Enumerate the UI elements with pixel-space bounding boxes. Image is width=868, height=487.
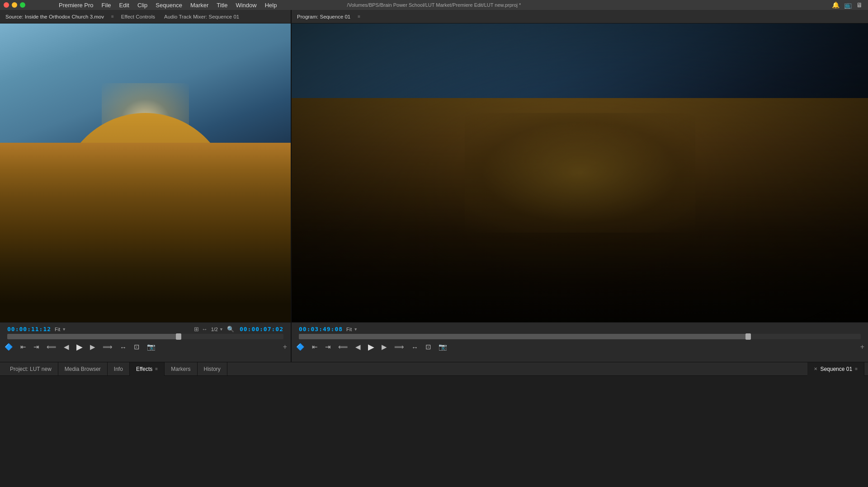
tab-media-browser[interactable]: Media Browser	[58, 362, 108, 376]
tab-project[interactable]: Project: LUT new	[4, 362, 58, 376]
camera-icon[interactable]: 📷	[146, 342, 156, 352]
sequence-01-label: Sequence 01	[820, 366, 852, 372]
add-marker-icon[interactable]: 🔷	[4, 342, 14, 352]
screen-icon[interactable]: 📺	[844, 1, 852, 9]
notification-icon[interactable]: 🔔	[832, 1, 840, 9]
display-icon[interactable]: 🖥	[856, 1, 863, 9]
program-video-canvas	[292, 23, 868, 322]
menu-file[interactable]: File	[98, 2, 115, 9]
source-timecode-row: 00:00:11:12 Fit ▼ ⊞ ↔ 1/2 ▼ 🔍 00:00:07:0…	[4, 324, 287, 334]
sequence-01-tab[interactable]: ✕ Sequence 01 ≡	[807, 362, 864, 376]
loop-icon[interactable]: ↔	[119, 342, 127, 352]
source-video-area	[0, 23, 291, 322]
insert-icon[interactable]: ↔	[202, 326, 208, 332]
monitors-row: Source: Inside the Orthodox Church 3.mov…	[0, 10, 868, 362]
add-controls-icon[interactable]: +	[283, 343, 287, 351]
tab-effects-label: Effects	[136, 366, 152, 372]
resolution-arrow-icon: ▼	[219, 327, 223, 332]
sequence-tab-close-icon[interactable]: ✕	[814, 366, 817, 371]
program-add-controls-icon[interactable]: +	[860, 343, 864, 351]
program-go-to-out-icon[interactable]: ⇥	[324, 342, 332, 352]
tab-info-label: Info	[114, 366, 123, 372]
effect-controls-tab[interactable]: Effect Controls	[119, 13, 157, 20]
system-icons: 🔔 📺 🖥	[832, 1, 863, 9]
menu-bar: Premiere Pro File Edit Clip Sequence Mar…	[55, 2, 280, 9]
church-interior-source	[0, 23, 291, 322]
program-fit-arrow-icon: ▼	[354, 327, 358, 332]
menu-help[interactable]: Help	[261, 2, 281, 9]
program-tab[interactable]: Program: Sequence 01	[295, 13, 352, 20]
program-go-to-in-icon[interactable]: ⇤	[311, 342, 319, 352]
tab-effects[interactable]: Effects ≡	[130, 362, 165, 376]
tab-history[interactable]: History	[198, 362, 227, 376]
menu-window[interactable]: Window	[232, 2, 260, 9]
minimize-button[interactable]	[12, 2, 17, 8]
source-scrubber[interactable]	[7, 334, 283, 339]
magnify-icon[interactable]: 🔍	[227, 326, 234, 332]
resolution-select[interactable]: 1/2 ▼	[211, 327, 223, 332]
program-transport-controls: 🔷 ⇤ ⇥ ⟸ ◀ ▶ ▶ ⟹ ↔ ⊡ 📷 +	[295, 339, 864, 355]
step-fwd-frame-icon[interactable]: ▶	[89, 342, 96, 352]
source-tab-menu[interactable]: ≡	[111, 14, 114, 19]
program-fit-dropdown[interactable]: Fit ▼	[346, 327, 358, 332]
go-to-out-icon[interactable]: ⇥	[33, 342, 40, 352]
program-insert-icon[interactable]: ⊡	[425, 342, 432, 352]
menu-premiere[interactable]: Premiere Pro	[55, 2, 97, 9]
program-monitor-header: Program: Sequence 01 ≡	[292, 10, 868, 23]
window-title: /Volumes/BPS/Brain Power School/LUT Mark…	[347, 2, 521, 8]
program-monitor: Program: Sequence 01 ≡ 00:03:49	[292, 10, 868, 362]
close-button[interactable]	[4, 2, 9, 8]
sequence-tabs-container: ✕ Sequence 01 ≡	[806, 362, 864, 376]
program-scrubber[interactable]	[299, 334, 861, 339]
go-to-in-icon[interactable]: ⇤	[19, 342, 27, 352]
tab-markers-label: Markers	[171, 366, 190, 372]
source-timecode: 00:00:11:12	[7, 326, 51, 332]
program-add-marker-icon[interactable]: 🔷	[295, 342, 306, 352]
program-timecode-row: 00:03:49:08 Fit ▼	[295, 324, 864, 334]
program-tab-menu[interactable]: ≡	[358, 14, 360, 19]
menu-marker[interactable]: Marker	[187, 2, 212, 9]
source-scrubber-head	[176, 333, 181, 340]
tab-project-label: Project: LUT new	[10, 366, 52, 372]
church-interior-program	[292, 23, 868, 322]
export-frame-icon[interactable]: ⊞	[194, 326, 199, 332]
bottom-content-area	[0, 376, 868, 487]
tab-info[interactable]: Info	[108, 362, 130, 376]
program-camera-icon[interactable]: 📷	[438, 342, 448, 352]
program-step-back-icon[interactable]: ⟸	[337, 342, 349, 352]
menu-clip[interactable]: Clip	[134, 2, 151, 9]
program-timecode: 00:03:49:08	[299, 326, 343, 332]
tab-media-browser-label: Media Browser	[65, 366, 101, 372]
program-controls: 00:03:49:08 Fit ▼ 🔷 ⇤ ⇥ ⟸ ◀ ▶	[292, 322, 868, 362]
program-step-fwd-icon[interactable]: ⟹	[393, 342, 405, 352]
step-fwd-icon[interactable]: ⟹	[102, 342, 113, 352]
program-scrubber-head	[745, 333, 751, 340]
play-program-button[interactable]: ▶	[367, 341, 375, 353]
insert-overwrite-icon[interactable]: ⊡	[133, 342, 141, 352]
program-step-fwd-frame-icon[interactable]: ▶	[381, 342, 388, 352]
fit-arrow-icon: ▼	[62, 327, 66, 332]
play-source-button[interactable]: ▶	[75, 341, 84, 353]
effects-tab-menu-icon[interactable]: ≡	[155, 366, 158, 371]
tab-markers[interactable]: Markers	[165, 362, 197, 376]
source-monitor-header: Source: Inside the Orthodox Church 3.mov…	[0, 10, 291, 23]
bottom-tabs: Project: LUT new Media Browser Info Effe…	[0, 362, 868, 376]
menu-sequence[interactable]: Sequence	[152, 2, 186, 9]
menu-edit[interactable]: Edit	[116, 2, 133, 9]
source-duration: 00:00:07:02	[240, 326, 283, 332]
program-loop-icon[interactable]: ↔	[410, 342, 419, 352]
step-back-icon[interactable]: ⟸	[46, 342, 57, 352]
source-tab[interactable]: Source: Inside the Orthodox Church 3.mov	[4, 13, 106, 20]
program-video-area	[292, 23, 868, 322]
program-step-back-frame-icon[interactable]: ◀	[354, 342, 362, 352]
menu-title[interactable]: Title	[213, 2, 231, 9]
source-fit-dropdown[interactable]: Fit ▼	[55, 327, 66, 332]
program-scrubber-fill	[299, 334, 748, 339]
source-scrubber-fill	[7, 334, 179, 339]
bottom-panel: Project: LUT new Media Browser Info Effe…	[0, 362, 868, 487]
step-back-frame-icon[interactable]: ◀	[63, 342, 70, 352]
sequence-tab-menu-icon[interactable]: ≡	[855, 366, 858, 371]
maximize-button[interactable]	[20, 2, 25, 8]
audio-mixer-tab[interactable]: Audio Track Mixer: Sequence 01	[162, 13, 241, 20]
source-monitor: Source: Inside the Orthodox Church 3.mov…	[0, 10, 292, 362]
